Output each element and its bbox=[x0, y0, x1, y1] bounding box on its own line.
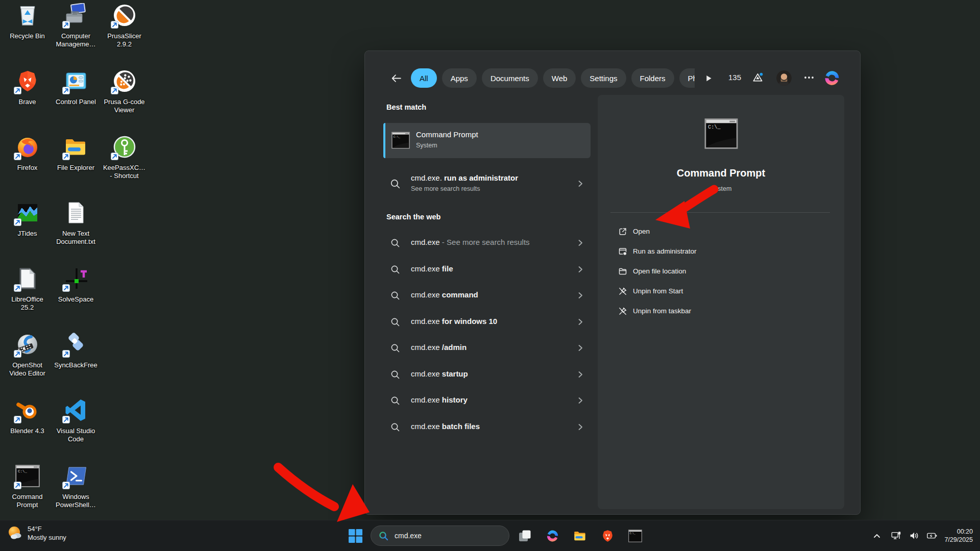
back-arrow-icon[interactable] bbox=[390, 72, 402, 84]
user-avatar[interactable] bbox=[776, 70, 792, 86]
desktop-icon-libreoffice-25-2[interactable]: LibreOffice25.2 bbox=[3, 266, 52, 312]
chevron-right-icon[interactable] bbox=[576, 370, 584, 379]
taskbar-copilot-button[interactable] bbox=[542, 525, 562, 546]
search-icon bbox=[390, 238, 400, 248]
tabs-scroll-right-icon[interactable] bbox=[705, 74, 713, 82]
desktop-icon-openshot-video-editor[interactable]: OpenShotVideo Editor bbox=[3, 332, 52, 378]
tab-apps[interactable]: Apps bbox=[442, 68, 477, 88]
desktop-icon-visual-studio-code[interactable]: Visual StudioCode bbox=[52, 398, 100, 443]
desktop-icon-prusaslicer-2-9-2[interactable]: PrusaSlicer2.9.2 bbox=[100, 3, 149, 48]
result-detail-pane: C:\_ Command Prompt System OpenRun as ad… bbox=[598, 95, 844, 509]
web-suggestion-cmd-exe-command[interactable]: cmd.exe command bbox=[383, 283, 591, 308]
search-filter-tabs: AllAppsDocumentsWebSettingsFoldersPhotos bbox=[411, 68, 695, 88]
clock[interactable]: 00:20 7/29/2025 bbox=[944, 528, 973, 544]
web-suggestion-cmd-exe-file[interactable]: cmd.exe file bbox=[383, 257, 591, 282]
chevron-right-icon[interactable] bbox=[576, 344, 584, 352]
tray-date: 7/29/2025 bbox=[944, 536, 973, 544]
desktop-icon-brave[interactable]: Brave bbox=[3, 69, 52, 106]
tray-chevron-up-icon[interactable] bbox=[873, 532, 881, 540]
tab-photos[interactable]: Photos bbox=[679, 68, 695, 88]
desktop-icon-computer-manageme[interactable]: ComputerManageme… bbox=[52, 3, 100, 48]
action-unpin-from-taskbar[interactable]: Unpin from taskbar bbox=[610, 302, 831, 320]
svg-text:C:\_: C:\_ bbox=[708, 124, 721, 130]
volume-icon[interactable] bbox=[909, 530, 920, 541]
action-unpin-from-start[interactable]: Unpin from Start bbox=[610, 282, 831, 300]
web-suggestion-cmd-exe-startup[interactable]: cmd.exe startup bbox=[383, 362, 591, 387]
taskbar-explorer-folder-button[interactable] bbox=[570, 525, 590, 546]
desktop-icon-prusa-g-code-viewer[interactable]: Prusa G-codeViewer bbox=[100, 69, 149, 114]
suggestion-text: cmd.exe /admin bbox=[411, 343, 467, 352]
powershell-icon bbox=[64, 464, 88, 488]
desktop-icon-recycle-bin[interactable]: Recycle Bin bbox=[3, 3, 52, 40]
admin-icon bbox=[618, 247, 627, 256]
web-suggestion-cmd-exe-more[interactable]: cmd.exe - See more search results bbox=[383, 230, 591, 256]
brave-rewards-icon[interactable] bbox=[752, 72, 764, 84]
start-button[interactable] bbox=[345, 525, 365, 546]
action-run-as-administrator[interactable]: Run as administrator bbox=[610, 242, 831, 261]
search-icon bbox=[389, 178, 401, 189]
network-icon[interactable] bbox=[891, 530, 902, 541]
web-suggestion-cmd-exe-admin[interactable]: cmd.exe /admin bbox=[383, 335, 591, 361]
shortcut-arrow-icon bbox=[62, 153, 70, 160]
blender-icon bbox=[15, 398, 40, 422]
suggestion-text: cmd.exe file bbox=[411, 264, 453, 273]
desktop-icon-label: Control Panel bbox=[52, 98, 100, 106]
battery-charging-icon[interactable] bbox=[926, 530, 938, 541]
taskbar-taskview-button[interactable] bbox=[514, 525, 535, 546]
desktop-icon-new-text-document-txt[interactable]: New TextDocument.txt bbox=[52, 201, 100, 246]
desktop-icon-file-explorer[interactable]: File Explorer bbox=[52, 135, 100, 172]
chevron-right-icon[interactable] bbox=[576, 423, 584, 431]
recycle-bin-icon bbox=[15, 3, 40, 28]
desktop-icon-label: Blender 4.3 bbox=[3, 427, 52, 435]
web-suggestion-cmd-exe-for-windows-10[interactable]: cmd.exe for windows 10 bbox=[383, 309, 591, 335]
shortcut-arrow-icon bbox=[62, 87, 70, 94]
desktop-icon-keepassxc-shortcut[interactable]: KeePassXC…- Shortcut bbox=[100, 135, 149, 180]
chevron-right-icon[interactable] bbox=[576, 265, 584, 273]
chevron-right-icon[interactable] bbox=[576, 291, 584, 299]
copilot-icon[interactable] bbox=[823, 69, 841, 87]
tab-web[interactable]: Web bbox=[543, 68, 576, 88]
desktop-icon-windows-powershell[interactable]: WindowsPowerShell… bbox=[52, 464, 100, 509]
cmd-icon: C:\_ bbox=[15, 464, 40, 488]
desktop-icon-label: OpenShotVideo Editor bbox=[3, 361, 52, 378]
desktop-icon-blender-4-3[interactable]: Blender 4.3 bbox=[3, 398, 52, 435]
folder-icon bbox=[618, 267, 627, 276]
tab-documents[interactable]: Documents bbox=[482, 68, 538, 88]
weather-widget[interactable]: 54°FMostly sunny bbox=[7, 524, 66, 542]
chevron-right-icon[interactable] bbox=[576, 180, 584, 188]
desktop-icon-jtides[interactable]: JTides bbox=[3, 201, 52, 238]
detail-subtitle: System bbox=[598, 185, 844, 192]
desktop-icon-syncbackfree[interactable]: SyncBackFree bbox=[52, 332, 100, 369]
desktop-icon-command-prompt[interactable]: C:\_CommandPrompt bbox=[3, 464, 52, 509]
search-icon bbox=[390, 422, 400, 432]
desktop-icon-label: JTides bbox=[3, 230, 52, 238]
chevron-right-icon[interactable] bbox=[576, 396, 584, 405]
action-open-file-location[interactable]: Open file location bbox=[610, 262, 831, 281]
action-open[interactable]: Open bbox=[610, 222, 831, 241]
best-match-result[interactable]: C:\_ Command Prompt System bbox=[383, 123, 591, 158]
desktop-icon-control-panel[interactable]: Control Panel bbox=[52, 69, 100, 106]
web-suggestion-cmd-exe-batch-files[interactable]: cmd.exe batch files bbox=[383, 414, 591, 440]
rewards-counter[interactable]: 135 bbox=[728, 73, 741, 82]
tab-settings[interactable]: Settings bbox=[581, 68, 626, 88]
desktop-icon-label: Recycle Bin bbox=[3, 32, 52, 40]
desktop-icon-label: SyncBackFree bbox=[52, 361, 100, 369]
run-as-admin-suggestion[interactable]: cmd.exe. run as administrator See more s… bbox=[383, 169, 591, 198]
search-icon bbox=[390, 343, 400, 353]
web-suggestion-cmd-exe-history[interactable]: cmd.exe history bbox=[383, 388, 591, 413]
more-options-icon[interactable] bbox=[804, 73, 814, 82]
desktop-icon-solvespace[interactable]: SolveSpace bbox=[52, 266, 100, 304]
tab-folders[interactable]: Folders bbox=[631, 68, 674, 88]
explorer-folder-icon bbox=[573, 529, 587, 543]
taskbar-search-box[interactable] bbox=[371, 525, 509, 546]
tab-all[interactable]: All bbox=[411, 68, 437, 88]
chevron-right-icon[interactable] bbox=[576, 239, 584, 247]
taskbar-brave-small-button[interactable] bbox=[597, 525, 618, 546]
svg-text:C:\_: C:\_ bbox=[18, 469, 28, 473]
unpin-icon bbox=[618, 287, 627, 296]
keepassxc-icon bbox=[112, 135, 137, 159]
suggestion-text: cmd.exe - See more search results bbox=[411, 238, 530, 246]
chevron-right-icon[interactable] bbox=[576, 318, 584, 326]
desktop-icon-firefox[interactable]: Firefox bbox=[3, 135, 52, 172]
taskbar-terminal-button[interactable]: C:\_ bbox=[625, 525, 645, 546]
